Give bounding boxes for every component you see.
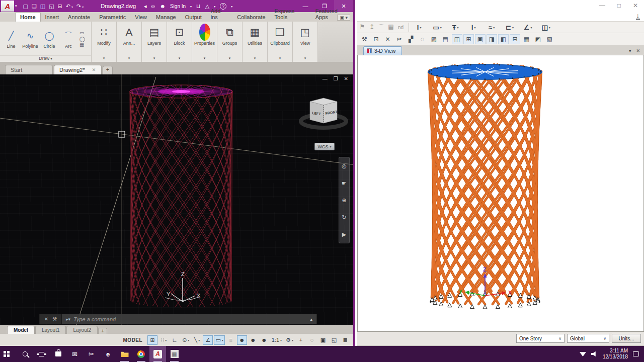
- command-history-icon[interactable]: ▴: [306, 317, 316, 322]
- section-profile-button[interactable]: ⊏: [503, 24, 516, 31]
- showmotion-icon[interactable]: ▶: [342, 231, 346, 238]
- new-file-icon[interactable]: ▢: [23, 3, 28, 10]
- panel-dropdown-icon[interactable]: ▾: [128, 56, 130, 62]
- draw-extra-icon[interactable]: ◯: [79, 36, 85, 42]
- status-toggle[interactable]: +: [296, 335, 306, 345]
- save-as-icon[interactable]: ◱: [49, 3, 54, 10]
- zoom-icon[interactable]: ⊕: [342, 197, 346, 204]
- ribbon-tab[interactable]: Collaborate: [232, 13, 270, 22]
- ribbon-tab[interactable]: View: [130, 13, 151, 22]
- draw-extra-icon[interactable]: ▦: [79, 42, 85, 48]
- section-profile-button[interactable]: ◫: [539, 24, 552, 31]
- file-tab[interactable]: Drawing2* ✕: [54, 65, 102, 74]
- ribbon-tab[interactable]: Annotate: [63, 13, 95, 22]
- story-selector[interactable]: One Story ∨: [516, 334, 565, 343]
- status-toggle[interactable]: ☻: [248, 335, 258, 345]
- section-profile-button[interactable]: ≈: [485, 24, 498, 31]
- viewport-minimize-icon[interactable]: —: [323, 76, 328, 81]
- pan-icon[interactable]: ☛: [342, 180, 347, 187]
- status-toggle[interactable]: ◌: [307, 335, 317, 345]
- toolbar-icon[interactable]: ▦: [521, 34, 532, 44]
- toolbar-icon[interactable]: ▦: [387, 23, 395, 32]
- ribbon-panel[interactable]: ∷ Modify ▾: [92, 22, 117, 62]
- ribbon-panel[interactable]: ❏ Clipboard ▾: [268, 22, 293, 62]
- tab-close-icon[interactable]: ✕: [636, 48, 640, 53]
- command-tools-icon[interactable]: ⚒: [52, 316, 57, 322]
- status-toggle[interactable]: ≣: [340, 335, 350, 345]
- volume-icon[interactable]: [591, 351, 598, 357]
- undo-icon[interactable]: ↶: [66, 3, 73, 10]
- toolbar-icon[interactable]: ⊟: [510, 34, 520, 44]
- new-layout-button[interactable]: +: [98, 328, 107, 334]
- redo-icon[interactable]: ↷: [76, 3, 84, 10]
- toolbar-icon[interactable]: ↥: [368, 23, 376, 32]
- toolbar-icon[interactable]: ⚒: [359, 34, 370, 44]
- new-drawing-tab-button[interactable]: +: [103, 66, 113, 74]
- units-button[interactable]: Units...: [612, 334, 641, 343]
- status-toggle[interactable]: ⚙: [284, 335, 295, 345]
- ribbon-display-toggle[interactable]: ▣ ▾: [337, 15, 350, 21]
- command-prompt-icon[interactable]: ▸▾: [66, 317, 70, 322]
- status-toggle[interactable]: ☻: [259, 335, 269, 345]
- ribbon-tab[interactable]: Manage: [151, 13, 181, 22]
- logo-dropdown-icon[interactable]: ▾: [15, 4, 17, 8]
- ribbon-panel[interactable]: ▦ Utilities ▾: [243, 22, 268, 62]
- wcs-button[interactable]: WCS: [314, 143, 335, 150]
- status-toggle[interactable]: ⊙: [181, 335, 191, 345]
- toolbar-icon[interactable]: ✕: [382, 34, 393, 44]
- draw-tool-button[interactable]: ◯ Circle: [40, 29, 58, 49]
- toolbar-icon[interactable]: ▣: [475, 34, 486, 44]
- tab-dropdown-icon[interactable]: ▾: [629, 48, 631, 53]
- viewport-restore-icon[interactable]: ❐: [334, 76, 338, 81]
- panel-dropdown-icon[interactable]: ▾: [153, 56, 155, 62]
- etabs-minimize-button[interactable]: —: [599, 2, 605, 9]
- status-toggle[interactable]: ╲: [192, 335, 202, 345]
- status-toggle[interactable]: ∠: [203, 335, 213, 345]
- toolbar-icon[interactable]: ⚑: [358, 23, 366, 32]
- section-profile-button[interactable]: I: [413, 24, 426, 31]
- draw-tool-button[interactable]: ⌒ Arc: [59, 29, 77, 49]
- status-toggle[interactable]: ☻: [237, 335, 247, 345]
- sign-in-dropdown-icon[interactable]: ▾: [190, 5, 192, 8]
- file-tab-close-icon[interactable]: ✕: [92, 67, 96, 72]
- app-store-cart-icon[interactable]: ⊔: [196, 3, 201, 10]
- status-toggle[interactable]: 1:1: [270, 335, 283, 345]
- section-profile-button[interactable]: Ⅰ: [467, 24, 480, 31]
- layout-tab[interactable]: Layout1: [35, 326, 66, 334]
- panel-dropdown-icon[interactable]: ▾: [103, 56, 105, 62]
- ribbon-tab[interactable]: Add-ins: [206, 7, 233, 22]
- ribbon-panel[interactable]: ◳ View ▾: [293, 22, 318, 62]
- toolbar-icon[interactable]: ▨: [429, 34, 439, 44]
- status-toggle[interactable]: ≡: [226, 335, 236, 345]
- steering-wheel-icon[interactable]: ◎: [342, 163, 347, 169]
- model-space-label[interactable]: MODEL: [123, 337, 143, 343]
- toolbar-icon[interactable]: ⌒: [377, 23, 385, 32]
- network-icon[interactable]: [580, 351, 586, 356]
- panel-dropdown-icon[interactable]: ▾: [304, 56, 306, 62]
- ribbon-panel[interactable]: Properties ▾: [192, 22, 217, 62]
- search-binoculars-icon[interactable]: ∞: [151, 3, 155, 9]
- file-tab[interactable]: Start: [5, 65, 53, 74]
- view-tab-3d[interactable]: 3-D View: [363, 46, 402, 55]
- ribbon-panel[interactable]: A Ann... ▾: [117, 22, 142, 62]
- status-toggle[interactable]: ⊞: [147, 335, 157, 345]
- toolbar-icon[interactable]: ◩: [533, 34, 543, 44]
- save-icon[interactable]: ◫: [40, 3, 45, 10]
- toolbar-icon[interactable]: ▧: [544, 34, 555, 44]
- toolbar-icon[interactable]: ✂: [394, 34, 405, 44]
- ribbon-tab[interactable]: Express Tools: [270, 7, 311, 22]
- panel-dropdown-icon[interactable]: ▾: [229, 56, 231, 62]
- plot-icon[interactable]: ⊟: [58, 3, 62, 10]
- layout-tab[interactable]: Layout2: [66, 326, 98, 334]
- ribbon-panel[interactable]: ⊡ Block ▾: [167, 22, 192, 62]
- drawing-canvas[interactable]: ZYXLEFTFRONT — ❐ ✕ WCS ◎☛⊕↻▶ ✕ ⚒ ▸▾ Type…: [0, 74, 353, 325]
- draw-tool-button[interactable]: ╱ Line: [2, 29, 20, 49]
- ribbon-panel[interactable]: ▤ Layers ▾: [142, 22, 167, 62]
- toolbar-icon[interactable]: ⊞: [463, 34, 474, 44]
- ribbon-tab[interactable]: Home: [15, 13, 41, 22]
- etabs-maximize-button[interactable]: □: [617, 2, 621, 9]
- coord-system-selector[interactable]: Global ∨: [567, 334, 609, 343]
- open-file-icon[interactable]: ❏: [32, 3, 37, 10]
- toolbar-icon[interactable]: ▤: [440, 34, 451, 44]
- ribbon-panel[interactable]: ⧉ Groups ▾: [217, 22, 243, 62]
